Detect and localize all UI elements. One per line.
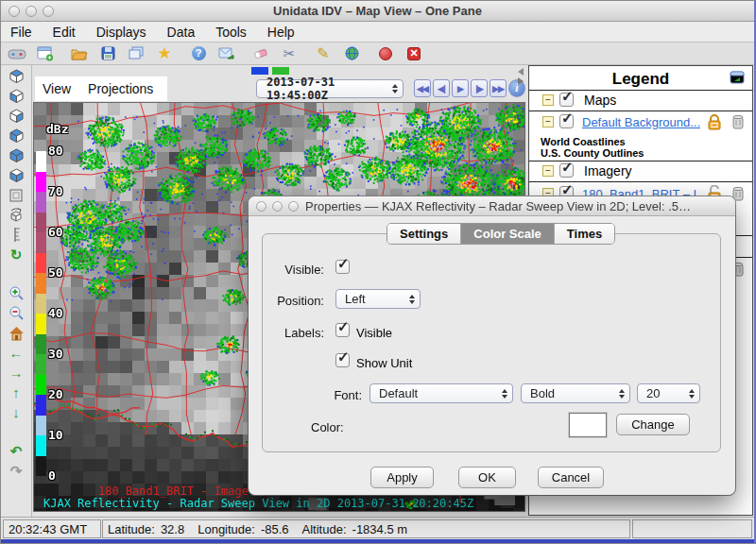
home-icon[interactable]	[6, 323, 26, 343]
pan-right-icon[interactable]: →	[6, 363, 26, 382]
radar-layer-label: KJAX Reflectivity - Radar Sweep View in …	[43, 497, 473, 510]
end-button[interactable]: ▶▶	[490, 79, 507, 97]
cube-top-icon[interactable]	[6, 66, 26, 86]
font-name-dropdown[interactable]: Default	[369, 383, 513, 403]
play-button[interactable]: ▶	[452, 79, 469, 97]
colorbar-tick: 30	[48, 347, 63, 361]
dialog-title: Properties –– KJAX Reflectivity – Radar …	[305, 199, 726, 213]
colorbar-segment	[36, 314, 46, 334]
edit-pencil-icon[interactable]: ✎	[313, 44, 334, 63]
cube-solid-icon[interactable]	[6, 145, 26, 165]
position-dropdown[interactable]: Left	[335, 289, 421, 309]
save-icon[interactable]	[97, 44, 118, 63]
tab-settings[interactable]: Settings	[387, 224, 460, 244]
visible-checkbox[interactable]: ✓	[335, 260, 350, 274]
cube-right-icon[interactable]	[6, 106, 26, 126]
dialog-zoom-button[interactable]	[288, 201, 299, 212]
copy-icon[interactable]	[126, 44, 146, 63]
collapse-default-background-button[interactable]: −	[542, 116, 554, 128]
help-icon[interactable]: ?	[188, 44, 209, 63]
colorbar-segment	[36, 273, 46, 294]
color-swatch[interactable]	[569, 413, 607, 437]
cube-bottom-icon[interactable]	[6, 165, 26, 185]
pan-up-icon[interactable]: ↑	[6, 382, 26, 402]
menu-view[interactable]: View	[43, 81, 71, 96]
box-outline-icon[interactable]	[6, 185, 26, 205]
menu-tools[interactable]: Tools	[215, 25, 247, 40]
map-layer-label: U.S. County Outlines	[541, 147, 644, 159]
dialog-minimize-button[interactable]	[272, 201, 283, 212]
collapse-maps-button[interactable]: −	[542, 94, 554, 106]
time-selector[interactable]: 2013-07-31 19:45:00Z	[256, 79, 404, 98]
reset-rotation-icon[interactable]: ↻	[6, 245, 26, 264]
rotate-cube-icon[interactable]	[6, 205, 26, 225]
support-message-icon[interactable]	[216, 44, 237, 63]
colorbar-segment	[36, 253, 46, 274]
float-legend-icon[interactable]	[730, 71, 745, 89]
pan-left-icon[interactable]: ←	[6, 343, 26, 363]
begin-button[interactable]: ◀◀	[414, 79, 431, 97]
cube-corner-icon[interactable]	[6, 126, 26, 145]
tab-times[interactable]: Times	[554, 224, 614, 244]
redo-icon[interactable]: ↷	[6, 461, 26, 481]
menu-file[interactable]: File	[10, 25, 32, 40]
cut-icon[interactable]: ✂	[279, 44, 300, 63]
stop-icon[interactable]	[375, 44, 396, 63]
globe-icon[interactable]	[341, 44, 362, 63]
font-size-dropdown[interactable]: 20	[637, 383, 700, 403]
font-style-dropdown[interactable]: Bold	[521, 383, 630, 403]
dashboard-icon[interactable]	[7, 44, 27, 63]
colorbar-tick: 10	[48, 428, 63, 442]
menu-bar: FileEditDisplaysDataToolsHelp	[1, 22, 754, 42]
colorbar-segment	[36, 375, 46, 396]
tab-color-scale[interactable]: Color Scale	[460, 224, 554, 244]
favorite-star-icon[interactable]: ★	[154, 44, 175, 63]
cancel-button[interactable]: Cancel	[538, 467, 604, 488]
default-background-link[interactable]: Default Background...	[582, 115, 700, 129]
view-menu-bar: View Projections	[35, 76, 167, 101]
longitude-label: Longitude:	[198, 522, 255, 536]
change-color-button[interactable]: Change	[616, 414, 690, 435]
dialog-close-button[interactable]	[256, 201, 266, 212]
exit-icon[interactable]: ✕	[404, 44, 424, 63]
undo-icon[interactable]: ↶	[6, 441, 26, 461]
collapse-right-icon[interactable]	[518, 77, 524, 85]
font-style-value: Bold	[530, 386, 555, 400]
step-back-button[interactable]: ◀|	[433, 79, 450, 97]
maps-visible-checkbox[interactable]: ✓	[559, 93, 574, 107]
eraser-icon[interactable]	[250, 44, 271, 63]
cube-left-icon[interactable]	[6, 86, 26, 106]
imagery-visible-checkbox[interactable]: ✓	[559, 163, 574, 178]
default-background-checkbox[interactable]: ✓	[559, 114, 574, 128]
panel-splitter[interactable]	[518, 68, 524, 85]
vertical-ruler-icon[interactable]	[6, 225, 26, 245]
menu-help[interactable]: Help	[267, 25, 295, 40]
new-window-icon[interactable]	[35, 44, 56, 63]
colorbar-segment	[36, 192, 46, 212]
open-folder-icon[interactable]	[69, 44, 90, 63]
collapse-left-icon[interactable]	[518, 68, 524, 76]
colorbar-tick: 80	[48, 144, 63, 158]
stepper-icon[interactable]	[392, 84, 398, 94]
colorbar-tick: 40	[48, 306, 63, 320]
zoom-out-icon[interactable]	[6, 303, 26, 323]
pan-down-icon[interactable]: ↓	[6, 402, 26, 422]
colorbar-segment	[36, 232, 46, 253]
zoom-in-icon[interactable]	[6, 283, 26, 303]
step-forward-button[interactable]: |▶	[471, 79, 488, 97]
ok-button[interactable]: OK	[458, 467, 516, 488]
menu-edit[interactable]: Edit	[53, 25, 76, 40]
trash-icon[interactable]	[731, 113, 745, 133]
stepper-icon	[409, 295, 415, 304]
menu-data[interactable]: Data	[167, 25, 196, 40]
apply-button[interactable]: Apply	[370, 467, 434, 488]
show-unit-checkbox[interactable]: ✓	[335, 353, 350, 367]
menu-projections[interactable]: Projections	[88, 81, 153, 96]
dialog-titlebar[interactable]: Properties –– KJAX Reflectivity – Radar …	[249, 196, 735, 216]
collapse-imagery-button[interactable]: −	[542, 165, 554, 177]
colorbar-segment	[36, 435, 46, 456]
menu-displays[interactable]: Displays	[96, 25, 146, 40]
latitude-value: 32.8	[161, 522, 184, 536]
labels-visible-checkbox[interactable]: ✓	[335, 323, 350, 337]
lock-icon[interactable]	[706, 113, 723, 134]
